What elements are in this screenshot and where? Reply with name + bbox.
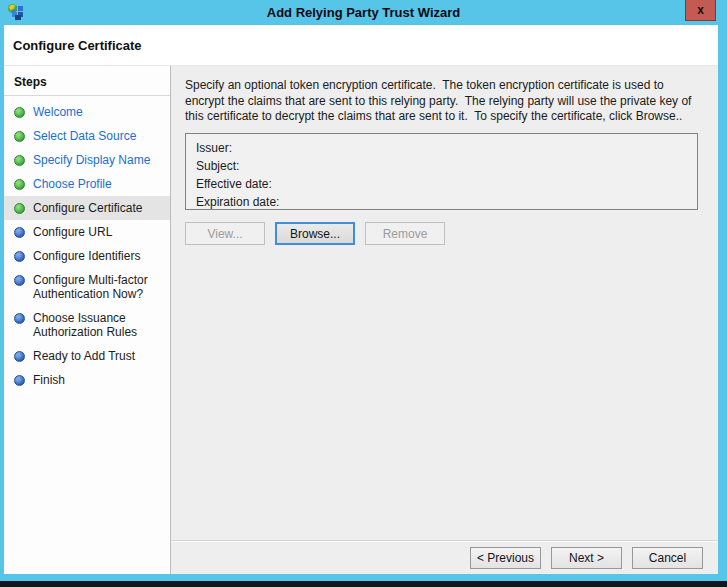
wizard-window: Add Relying Party Trust Wizard x Configu… (0, 0, 727, 587)
step-select-data-source[interactable]: Select Data Source (4, 124, 170, 148)
step-configure-identifiers: Configure Identifiers (4, 244, 170, 268)
page-content: Specify an optional token encryption cer… (171, 66, 718, 574)
title-bar: Add Relying Party Trust Wizard x (0, 0, 727, 25)
step-welcome[interactable]: Welcome (4, 100, 170, 124)
step-choose-issuance-rules: Choose Issuance Authorization Rules (4, 306, 170, 344)
cancel-button[interactable]: Cancel (632, 547, 703, 569)
step-specify-display-name[interactable]: Specify Display Name (4, 148, 170, 172)
page-header: Configure Certificate (4, 25, 718, 66)
step-finish: Finish (4, 368, 170, 392)
page-description: Specify an optional token encryption cer… (171, 66, 717, 125)
wizard-footer: < Previous Next > Cancel (171, 540, 718, 574)
certificate-details-box: Issuer: Subject: Effective date: Expirat… (185, 133, 698, 210)
steps-heading: Steps (4, 66, 170, 96)
browse-button[interactable]: Browse... (275, 222, 355, 245)
adfs-app-icon (7, 3, 25, 21)
certificate-issuer-label: Issuer: (196, 139, 687, 157)
step-configure-url: Configure URL (4, 220, 170, 244)
window-title: Add Relying Party Trust Wizard (0, 0, 727, 25)
step-configure-mfa: Configure Multi-factor Authentication No… (4, 268, 170, 306)
close-button[interactable]: x (685, 0, 716, 21)
step-configure-certificate: Configure Certificate (4, 196, 170, 220)
page-title: Configure Certificate (4, 25, 718, 53)
certificate-expiration-date-label: Expiration date: (196, 193, 687, 211)
certificate-actions: View... Browse... Remove (185, 222, 445, 245)
dialog-frame: Configure Certificate Steps Welcome Sele… (4, 25, 718, 574)
remove-button[interactable]: Remove (365, 222, 445, 245)
view-button[interactable]: View... (185, 222, 265, 245)
bottom-strip (0, 581, 727, 587)
steps-list: Welcome Select Data Source Specify Displ… (4, 100, 170, 392)
certificate-subject-label: Subject: (196, 157, 687, 175)
steps-sidebar: Steps Welcome Select Data Source Specify… (4, 66, 171, 574)
previous-button[interactable]: < Previous (470, 547, 541, 569)
certificate-effective-date-label: Effective date: (196, 175, 687, 193)
step-ready-to-add-trust: Ready to Add Trust (4, 344, 170, 368)
step-choose-profile[interactable]: Choose Profile (4, 172, 170, 196)
dialog-body: Steps Welcome Select Data Source Specify… (4, 66, 718, 574)
next-button[interactable]: Next > (551, 547, 622, 569)
